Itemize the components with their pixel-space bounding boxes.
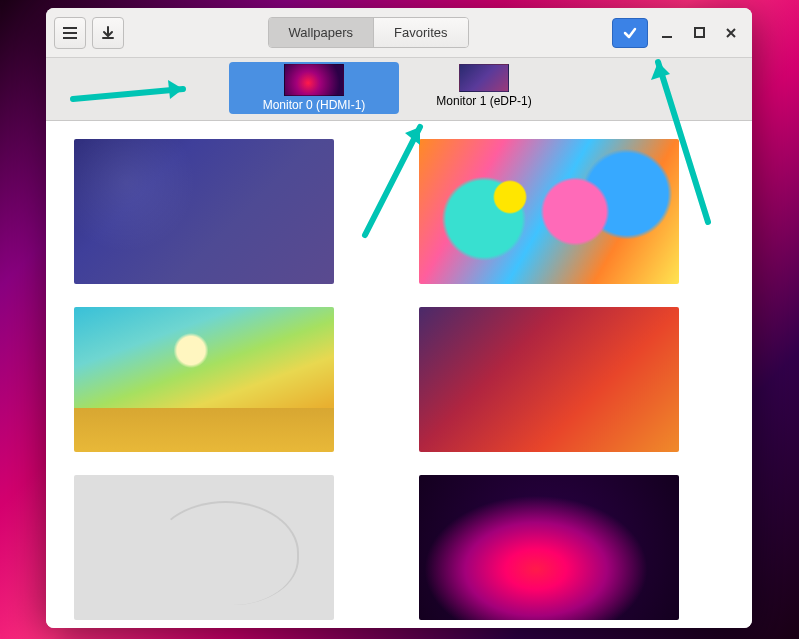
wallpaper-chooser-window: Wallpapers Favorites Monitor 0 (HDMI-1) … [46,8,752,628]
minimize-icon [661,27,673,39]
tab-wallpapers[interactable]: Wallpapers [269,18,375,47]
maximize-button[interactable] [686,20,712,46]
monitor-1-thumb [459,64,509,92]
tab-favorites[interactable]: Favorites [374,18,467,47]
apply-button[interactable] [612,18,648,48]
menu-button[interactable] [54,17,86,49]
minimize-button[interactable] [654,20,680,46]
close-icon [725,27,737,39]
monitor-selector: Monitor 0 (HDMI-1) Monitor 1 (eDP-1) [46,58,752,121]
hamburger-icon [63,32,77,34]
titlebar: Wallpapers Favorites [46,8,752,58]
monitor-1-label: Monitor 1 (eDP-1) [436,94,531,108]
wallpaper-grid[interactable] [46,121,752,628]
wallpaper-thumb[interactable] [74,307,334,452]
monitor-0-thumb [284,64,344,96]
wallpaper-thumb[interactable] [419,475,679,620]
check-icon [622,25,638,41]
view-tabs: Wallpapers Favorites [268,17,469,48]
wallpaper-thumb[interactable] [74,139,334,284]
wallpaper-thumb[interactable] [419,139,679,284]
maximize-icon [694,27,705,38]
wallpaper-thumb[interactable] [74,475,334,620]
download-button[interactable] [92,17,124,49]
monitor-0-label: Monitor 0 (HDMI-1) [263,98,366,112]
monitor-0-card[interactable]: Monitor 0 (HDMI-1) [229,62,399,114]
download-icon [101,26,115,40]
svg-rect-0 [695,28,704,37]
wallpaper-thumb[interactable] [419,307,679,452]
monitor-1-card[interactable]: Monitor 1 (eDP-1) [399,62,569,110]
close-button[interactable] [718,20,744,46]
